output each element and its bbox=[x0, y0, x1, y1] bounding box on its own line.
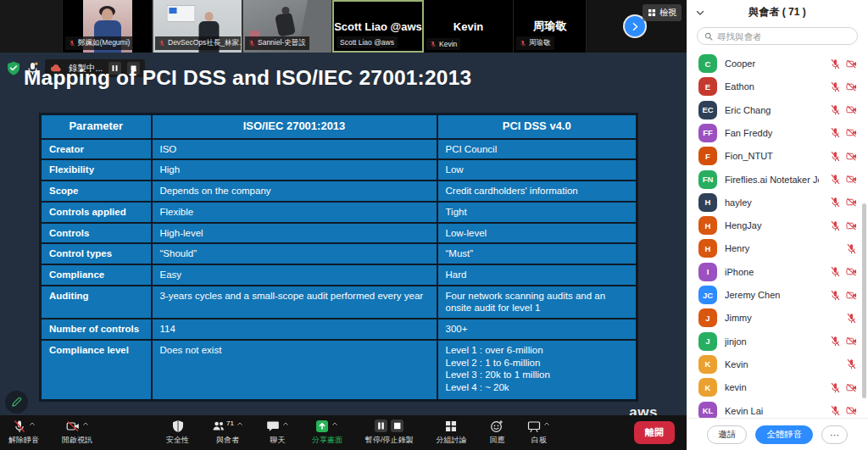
participant-row[interactable]: C Cooper bbox=[687, 52, 868, 75]
mic-off-icon bbox=[846, 243, 857, 254]
toolbar-security-button[interactable]: 安全性 bbox=[166, 419, 189, 446]
toolbar-button-label: 聊天 bbox=[270, 435, 285, 446]
participant-row[interactable]: EC Eric Chang bbox=[687, 98, 868, 121]
table-param-cell: Compliance level bbox=[41, 340, 152, 401]
video-off-icon bbox=[846, 336, 857, 347]
video-tile[interactable]: 鄭姵如(Megumi) bbox=[63, 0, 153, 53]
more-options-button[interactable]: ⋯ bbox=[821, 425, 848, 444]
participant-row[interactable]: E Eathon bbox=[687, 75, 868, 98]
leave-meeting-button[interactable]: 離開 bbox=[634, 421, 675, 444]
table-row: ComplianceEasyHard bbox=[41, 264, 637, 286]
participant-status-icons bbox=[826, 174, 857, 185]
participant-list: C Cooper E Eathon EC Eric Chang FF Fan F… bbox=[687, 50, 868, 418]
chevron-up-icon[interactable] bbox=[282, 420, 289, 427]
participant-row[interactable]: H hayley bbox=[687, 191, 868, 214]
toolbar-start-video-button[interactable]: 開啟視訊 bbox=[62, 419, 92, 446]
slide-title: Mapping of PCI DSS and ISO/IEC 27001:201… bbox=[24, 66, 471, 90]
mic-off-icon bbox=[830, 336, 841, 347]
video-tile[interactable]: Sanniel-史晉設 bbox=[242, 0, 332, 53]
mic-off-icon bbox=[520, 40, 526, 47]
participant-status-icons bbox=[826, 58, 857, 69]
mic-off-icon bbox=[13, 419, 26, 433]
avatar: FF bbox=[698, 124, 717, 142]
toolbar-participants-button[interactable]: 71與會者 bbox=[212, 419, 243, 446]
participant-row[interactable]: F Fion_NTUT bbox=[687, 145, 868, 168]
participant-name: Jeremy Chen bbox=[725, 290, 819, 300]
video-tile[interactable]: DevSecOps社長_林家... bbox=[153, 0, 242, 53]
collapse-panel-icon[interactable] bbox=[695, 8, 705, 18]
participant-row[interactable]: JC Jeremy Chen bbox=[687, 283, 868, 306]
toolbar-chat-button[interactable]: 聊天 bbox=[266, 419, 289, 446]
share-screen-icon bbox=[315, 419, 329, 433]
video-off-icon bbox=[846, 197, 857, 208]
toolbar-button-label: 回應 bbox=[489, 435, 504, 446]
chevron-up-icon[interactable] bbox=[331, 420, 338, 427]
participant-row[interactable]: H Henry bbox=[687, 237, 868, 260]
mic-off-icon bbox=[830, 58, 841, 69]
participant-name: Fion_NTUT bbox=[725, 151, 819, 161]
participant-row[interactable]: FF Fan Freddy bbox=[687, 121, 868, 144]
participant-search-input[interactable] bbox=[717, 31, 850, 42]
table-value-cell: Flexible bbox=[152, 202, 437, 223]
toolbar-button-label: 分享畫面 bbox=[312, 435, 342, 446]
toolbar-record-controls-button[interactable]: 暫停/停止錄製 bbox=[365, 419, 414, 446]
mic-off-icon bbox=[830, 81, 841, 92]
avatar: KL bbox=[698, 402, 717, 419]
video-tile[interactable]: Kevin Kevin bbox=[424, 0, 514, 53]
mic-off-icon bbox=[830, 382, 841, 393]
invite-button[interactable]: 邀請 bbox=[707, 425, 747, 444]
toolbar-unmute-button[interactable]: 解除靜音 bbox=[8, 419, 39, 446]
participant-name: Jimmy bbox=[725, 313, 819, 323]
participant-status-icons bbox=[826, 197, 857, 208]
toolbar-breakout-rooms-button[interactable]: 分組討論 bbox=[436, 419, 466, 446]
toolbar-share-screen-button[interactable]: 分享畫面 bbox=[312, 419, 342, 446]
participant-row[interactable]: J Jimmy bbox=[687, 307, 868, 330]
chevron-up-icon[interactable] bbox=[29, 420, 36, 427]
participant-row[interactable]: J jinjon bbox=[687, 330, 868, 353]
participant-name: Eric Chang bbox=[725, 105, 819, 115]
mute-all-button[interactable]: 全體靜音 bbox=[755, 425, 813, 444]
chevron-right-icon bbox=[631, 22, 640, 31]
video-tile[interactable]: 周瑜敬 周瑜敬 bbox=[514, 0, 587, 53]
table-param-cell: Controls bbox=[41, 223, 152, 244]
whiteboard-icon bbox=[527, 419, 541, 433]
table-value-cell: High-level bbox=[152, 223, 437, 244]
scrollbar-thumb[interactable] bbox=[862, 203, 866, 398]
participant-row[interactable]: K kevin bbox=[687, 376, 868, 399]
table-value-cell: “Should” bbox=[152, 243, 437, 264]
chevron-up-icon[interactable] bbox=[82, 420, 89, 427]
video-tile[interactable]: Scott Liao @awsScott Liao @aws bbox=[332, 0, 424, 53]
participant-status-icons bbox=[826, 151, 857, 162]
participant-name: Eathon bbox=[725, 81, 819, 92]
participant-name: Fan Freddy bbox=[725, 128, 819, 138]
table-value-cell: PCI Council bbox=[437, 139, 637, 160]
participant-row[interactable]: K Kevin bbox=[687, 353, 868, 375]
chevron-up-icon[interactable] bbox=[543, 420, 550, 427]
table-row: Control types“Should”“Must” bbox=[41, 243, 637, 264]
table-param-cell: Auditing bbox=[41, 286, 152, 319]
video-off-icon bbox=[846, 266, 857, 277]
video-off-icon bbox=[846, 58, 857, 69]
participant-row[interactable]: FN Fireflies.ai Notetaker Joy bbox=[687, 168, 868, 191]
table-param-cell: Compliance bbox=[41, 264, 152, 286]
avatar: H bbox=[698, 216, 717, 235]
toolbar-whiteboard-button[interactable]: 白板 bbox=[527, 419, 550, 446]
avatar: I bbox=[698, 263, 717, 281]
participant-search-box[interactable] bbox=[697, 27, 858, 46]
annotate-button[interactable] bbox=[5, 391, 28, 414]
toolbar-button-label: 開啟視訊 bbox=[62, 435, 92, 446]
table-value-cell: Low-level bbox=[437, 223, 637, 244]
table-value-cell: Low bbox=[437, 159, 637, 181]
view-button[interactable]: 檢視 bbox=[643, 4, 682, 21]
participant-row[interactable]: I iPhone bbox=[687, 260, 868, 283]
participant-name: Henry bbox=[725, 243, 819, 253]
chevron-up-icon[interactable] bbox=[236, 420, 243, 427]
video-off-icon bbox=[846, 127, 857, 138]
participant-name: HengJay bbox=[725, 220, 819, 231]
mic-off-icon bbox=[830, 151, 841, 162]
participant-row[interactable]: KL Kevin Lai bbox=[687, 399, 868, 419]
participant-row[interactable]: H HengJay bbox=[687, 214, 868, 237]
toolbar-reactions-button[interactable]: 回應 bbox=[489, 419, 504, 446]
table-value-cell: ISO bbox=[152, 139, 437, 160]
mic-off-icon bbox=[846, 358, 857, 369]
